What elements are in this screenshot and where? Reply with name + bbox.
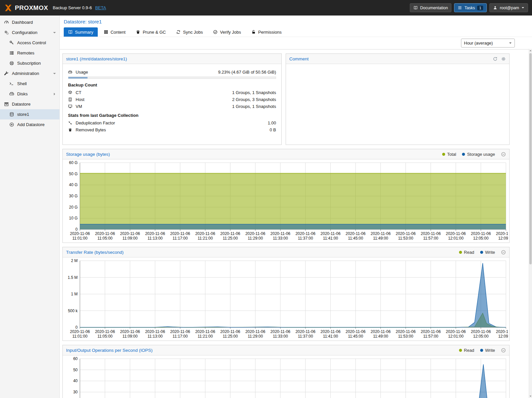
svg-text:11:17:00: 11:17:00 [173,334,188,339]
legend-dot [480,251,483,254]
sidebar-item-subscription[interactable]: Subscription [0,58,59,68]
tab-content[interactable]: Content [99,27,130,37]
beta-link[interactable]: BETA [95,5,106,10]
svg-text:2020-11-06: 2020-11-06 [170,329,190,334]
chevron-down-icon [509,42,512,45]
svg-text:60: 60 [73,356,78,361]
svg-text:2020-11-06: 2020-11-06 [371,231,391,236]
chevron-right-icon[interactable] [53,92,56,96]
svg-text:2020-11-06: 2020-11-06 [145,329,165,334]
vm-row: VM 1 Groups, 1 Snapshots [68,103,276,109]
content-area: store1 (/mnt/datastores/store1) Usage 9.… [60,50,532,398]
svg-text:2020-11-06: 2020-11-06 [245,329,266,334]
svg-text:11:33:00: 11:33:00 [273,334,288,339]
legend-read[interactable]: Read [459,250,474,255]
storage-usage-legend: Total Storage usage [442,152,495,157]
documentation-button[interactable]: Documentation [410,3,451,12]
comment-panel-header: Comment [286,54,509,64]
host-row: Host 2 Groups, 3 Snapshots [68,96,276,102]
hdd-icon [68,70,73,74]
svg-text:12:01:00: 12:01:00 [448,334,464,339]
sidebar-item-administration[interactable]: Administration [0,68,59,79]
gear-icon[interactable] [501,56,506,61]
sidebar-item-disks[interactable]: Disks [0,89,59,99]
tab-permissions[interactable]: Permissions [247,27,286,37]
removed-bytes-row: Removed Bytes 0 B [68,127,276,133]
svg-text:12:09:00: 12:09:00 [498,334,508,339]
tasks-badge: 1 [477,6,483,10]
svg-text:11:37:00: 11:37:00 [298,334,313,339]
hdd-icon [9,91,14,96]
svg-text:2020-11-06: 2020-11-06 [170,231,190,236]
legend-write[interactable]: Write [480,250,495,255]
database-icon [9,112,14,117]
legend-total[interactable]: Total [442,152,456,157]
tab-sync-jobs[interactable]: Sync Jobs [172,27,207,37]
sidebar-item-datastore[interactable]: Datastore [0,99,59,109]
tab-summary[interactable]: Summary [64,27,98,37]
comment-panel: Comment [286,53,510,145]
sidebar-item-configuration[interactable]: Configuration [0,27,59,38]
refresh-icon[interactable] [493,56,498,61]
svg-text:0: 0 [75,325,78,330]
svg-text:2020-11-06: 2020-11-06 [345,231,366,236]
svg-text:0: 0 [75,227,78,232]
book-icon [413,6,418,10]
svg-text:2020-11-06: 2020-11-06 [446,329,466,334]
sidebar-item-dashboard[interactable]: Dashboard [0,17,59,27]
sidebar-item-store1[interactable]: store1 [0,109,59,119]
user-menu-button[interactable]: root@pam [489,3,528,12]
svg-text:2020-11-06: 2020-11-06 [120,329,140,334]
collapse-icon[interactable] [501,250,506,255]
svg-text:1 M: 1 M [71,292,78,296]
legend-read[interactable]: Read [459,348,474,353]
svg-text:2020-11-06: 2020-11-06 [421,231,441,236]
scroll-down-arrow[interactable] [529,394,532,398]
tab-verify-jobs[interactable]: Verify Jobs [209,27,245,37]
collapse-icon[interactable] [501,152,506,157]
brand-text: PROXMOX [15,4,48,12]
sidebar-item-remotes[interactable]: Remotes [0,48,59,58]
svg-text:11:05:00: 11:05:00 [97,236,113,241]
storage-usage-chart: 010 G20 G30 G40 G50 G60 G2020-11-0611:01… [64,160,508,243]
svg-text:2020-11-06: 2020-11-06 [70,329,90,334]
svg-text:2020-11-06: 2020-11-06 [496,231,508,236]
svg-text:2020-11-06: 2020-11-06 [396,231,416,236]
legend-storage-usage[interactable]: Storage usage [462,152,495,157]
svg-text:11:29:00: 11:29:00 [248,334,263,339]
iops-header: Input/Output Operations per Second (IOPS… [63,345,509,355]
chevron-down-icon[interactable] [53,72,56,75]
legend-dot [459,349,462,352]
sync-icon [176,30,181,34]
svg-text:11:33:00: 11:33:00 [273,236,288,241]
summary-panel-body: Usage 9.23% (4.67 GiB of 50.56 GiB) Back… [63,64,281,138]
trash-icon [136,30,140,34]
chevron-down-icon[interactable] [53,31,56,34]
backup-count-heading: Backup Count [68,83,276,87]
sidebar-item-add-datastore[interactable]: Add Datastore [0,119,59,130]
svg-text:10 G: 10 G [69,216,78,220]
sidebar-item-shell[interactable]: Shell [0,79,59,89]
scrollbar-thumb[interactable] [529,53,532,264]
tab-prune-gc[interactable]: Prune & GC [131,27,170,37]
svg-text:2020-11-06: 2020-11-06 [145,231,165,236]
tasks-button[interactable]: Tasks 1 [454,3,487,12]
iops-panel: Input/Output Operations per Second (IOPS… [62,345,510,398]
legend-write[interactable]: Write [480,348,495,353]
comment-panel-body[interactable] [286,64,509,145]
collapse-icon[interactable] [501,348,506,353]
usage-row: Usage 9.23% (4.67 GiB of 50.56 GiB) [68,69,276,75]
vertical-scrollbar[interactable] [529,49,532,398]
timeframe-select[interactable]: Hour (average) [461,39,515,48]
gauge-icon [4,20,9,25]
legend-dot [480,349,483,352]
sidebar-item-access-control[interactable]: Access Control [0,38,59,48]
topbar-actions: Documentation Tasks 1 root@pam [410,3,528,12]
desktop-icon [68,104,73,109]
life-ring-icon [9,61,14,66]
svg-text:11:57:00: 11:57:00 [423,334,438,339]
svg-text:11:05:00: 11:05:00 [97,334,113,339]
ct-row: CT 1 Groups, 1 Snapshots [68,89,276,95]
iops-chart-body: 01020304050602020-11-0611:01:002020-11-0… [63,355,509,398]
scroll-up-arrow[interactable] [529,49,532,52]
